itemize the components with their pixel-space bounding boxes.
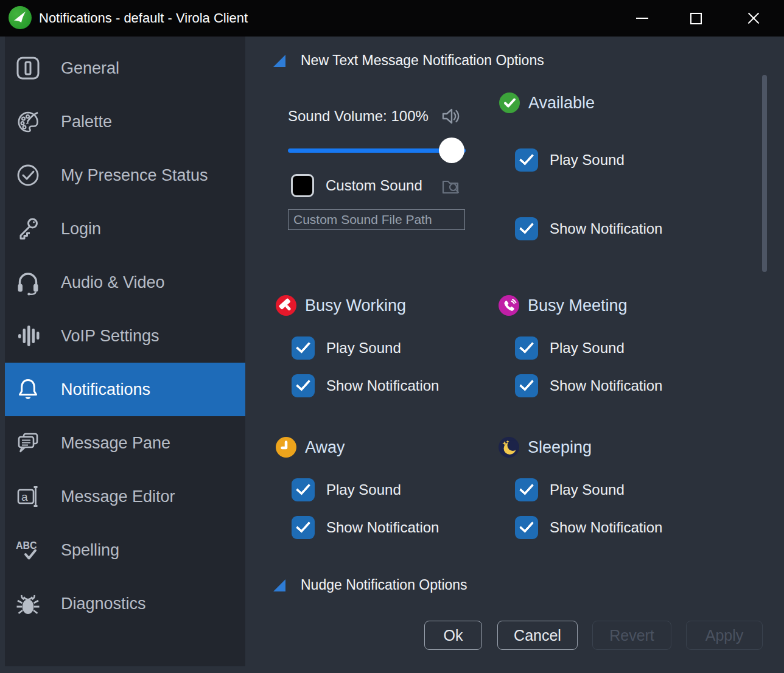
away-show-notification-checkbox[interactable] — [292, 516, 315, 539]
section-collapse-icon — [273, 55, 285, 67]
sidebar-item-label: VoIP Settings — [61, 327, 159, 346]
login-icon — [13, 214, 43, 243]
busy-meeting-show-notification-row: Show Notification — [515, 374, 662, 397]
general-icon — [13, 54, 43, 83]
custom-sound-checkbox[interactable] — [291, 174, 314, 197]
svg-text:a: a — [21, 490, 28, 503]
busy-working-play-sound-row: Play Sound — [292, 336, 401, 360]
voip-icon — [13, 321, 43, 350]
sleeping-play-sound-checkbox[interactable] — [515, 478, 538, 501]
svg-text:ABC: ABC — [16, 540, 37, 551]
sleeping-show-notification-checkbox[interactable] — [515, 516, 538, 539]
maximize-icon — [690, 13, 702, 24]
sidebar-item-message-pane[interactable]: Message Pane — [5, 416, 245, 470]
busy-working-play-sound-checkbox[interactable] — [292, 336, 315, 360]
close-button[interactable] — [740, 4, 768, 32]
sidebar-item-audio[interactable]: Audio & Video — [5, 256, 245, 309]
busy-working-status-icon — [276, 295, 296, 316]
busy-meeting-status-icon — [499, 295, 519, 316]
message-pane-icon — [13, 428, 43, 458]
section-new-text-message-options[interactable]: New Text Message Notification Options — [273, 52, 544, 69]
busy-working-show-notification-checkbox[interactable] — [292, 374, 315, 397]
custom-sound-label: Custom Sound — [326, 177, 422, 194]
sidebar-item-general[interactable]: General — [5, 41, 245, 95]
virola-logo-icon — [9, 6, 32, 29]
revert-button: Revert — [592, 621, 671, 650]
status-busy-meeting: Busy Meeting — [499, 295, 628, 316]
sidebar-item-voip[interactable]: VoIP Settings — [5, 309, 245, 363]
audio-icon — [13, 268, 43, 297]
away-play-sound-row: Play Sound — [292, 478, 401, 501]
checkbox-label: Play Sound — [550, 152, 625, 169]
status-available: Available — [499, 92, 595, 113]
close-icon — [746, 10, 761, 26]
titlebar: Notifications - default - Virola Client — [0, 0, 784, 37]
notifications-icon — [13, 375, 43, 404]
sleeping-show-notification-row: Show Notification — [515, 516, 662, 539]
sidebar-item-label: Notifications — [61, 380, 150, 399]
busy-meeting-show-notification-checkbox[interactable] — [515, 374, 538, 397]
virola-settings-window: Notifications - default - Virola Client … — [0, 0, 784, 673]
section-nudge-options[interactable]: Nudge Notification Options — [273, 577, 467, 593]
checkbox-label: Show Notification — [326, 519, 439, 536]
custom-sound-file-path-input[interactable] — [288, 209, 465, 230]
available-status-icon — [499, 92, 520, 113]
available-show-notification-checkbox[interactable] — [515, 217, 538, 240]
settings-sidebar: General Palette My Presence Status Login… — [5, 37, 245, 666]
section-title: New Text Message Notification Options — [301, 52, 544, 69]
sleeping-status-icon — [499, 437, 519, 458]
sidebar-item-label: Message Editor — [61, 487, 175, 506]
status-name: Busy Meeting — [528, 296, 628, 315]
speaker-icon[interactable] — [439, 105, 462, 128]
available-play-sound-checkbox[interactable] — [515, 148, 538, 172]
status-sleeping: Sleeping — [499, 437, 592, 458]
ok-button[interactable]: Ok — [424, 621, 482, 650]
away-status-icon — [276, 437, 296, 458]
sidebar-item-notifications[interactable]: Notifications — [5, 363, 245, 416]
checkbox-label: Show Notification — [326, 377, 439, 394]
diagnostics-icon — [13, 589, 43, 618]
apply-button: Apply — [686, 621, 763, 650]
available-show-notification-row: Show Notification — [515, 217, 662, 240]
available-play-sound-row: Play Sound — [515, 148, 625, 172]
sidebar-item-palette[interactable]: Palette — [5, 95, 245, 148]
sound-volume-slider[interactable] — [288, 138, 466, 163]
custom-sound-row: Custom Sound — [291, 174, 422, 197]
presence-icon — [13, 161, 43, 190]
checkbox-label: Show Notification — [550, 519, 662, 536]
checkbox-label: Play Sound — [550, 481, 625, 498]
status-name: Sleeping — [528, 438, 592, 457]
palette-icon — [13, 107, 43, 136]
busy-working-show-notification-row: Show Notification — [292, 374, 439, 397]
section-title: Nudge Notification Options — [301, 577, 467, 593]
sleeping-play-sound-row: Play Sound — [515, 478, 625, 501]
minimize-button[interactable] — [628, 4, 656, 32]
sidebar-item-label: Spelling — [61, 541, 119, 560]
checkbox-label: Play Sound — [326, 340, 401, 357]
status-busy-working: Busy Working — [276, 295, 406, 316]
checkbox-label: Play Sound — [326, 481, 401, 498]
checkbox-label: Show Notification — [550, 377, 662, 394]
vertical-scrollbar-thumb[interactable] — [762, 75, 767, 272]
busy-meeting-play-sound-row: Play Sound — [515, 336, 625, 360]
sidebar-item-login[interactable]: Login — [5, 202, 245, 256]
sidebar-item-spelling[interactable]: ABC Spelling — [5, 523, 245, 577]
sidebar-item-label: My Presence Status — [61, 166, 208, 185]
sidebar-item-label: Audio & Video — [61, 273, 165, 292]
status-name: Available — [528, 94, 595, 113]
sidebar-item-message-editor[interactable]: a Message Editor — [5, 470, 245, 523]
sidebar-item-label: General — [61, 59, 119, 78]
away-show-notification-row: Show Notification — [292, 516, 439, 539]
checkbox-label: Show Notification — [550, 220, 662, 237]
away-play-sound-checkbox[interactable] — [292, 478, 315, 501]
sidebar-item-presence[interactable]: My Presence Status — [5, 148, 245, 202]
checkbox-label: Play Sound — [550, 340, 625, 357]
slider-thumb[interactable] — [439, 138, 464, 163]
message-editor-icon: a — [13, 482, 43, 511]
maximize-button[interactable] — [682, 4, 710, 32]
sidebar-item-diagnostics[interactable]: Diagnostics — [5, 577, 245, 630]
sidebar-item-label: Message Pane — [61, 434, 170, 453]
busy-meeting-play-sound-checkbox[interactable] — [515, 336, 538, 360]
sidebar-item-label: Palette — [61, 113, 112, 131]
cancel-button[interactable]: Cancel — [497, 621, 578, 650]
